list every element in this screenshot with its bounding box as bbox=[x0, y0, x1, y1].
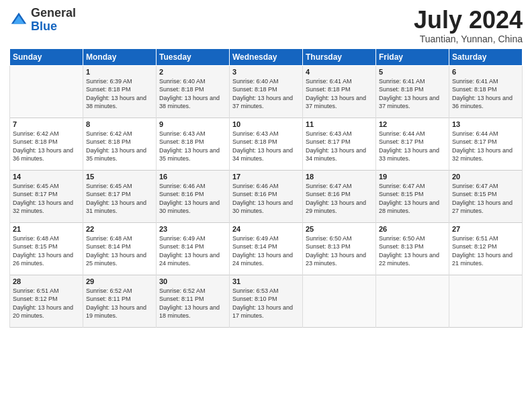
day-number: 17 bbox=[232, 173, 300, 181]
day-number: 13 bbox=[452, 120, 519, 128]
calendar-cell: 28Sunrise: 6:51 AM Sunset: 8:12 PM Dayli… bbox=[10, 275, 83, 327]
calendar-cell: 21Sunrise: 6:48 AM Sunset: 8:15 PM Dayli… bbox=[10, 222, 83, 275]
cell-info: Sunrise: 6:50 AM Sunset: 8:13 PM Dayligh… bbox=[306, 234, 373, 268]
day-number: 24 bbox=[232, 225, 300, 233]
cell-info: Sunrise: 6:50 AM Sunset: 8:13 PM Dayligh… bbox=[379, 234, 446, 268]
calendar-cell: 13Sunrise: 6:44 AM Sunset: 8:17 PM Dayli… bbox=[449, 118, 523, 170]
title-block: July 2024 Tuantian, Yunnan, China bbox=[414, 7, 523, 44]
logo-text: General Blue bbox=[31, 7, 76, 34]
day-number: 16 bbox=[159, 173, 226, 181]
day-number: 6 bbox=[452, 68, 519, 76]
day-number: 23 bbox=[159, 225, 226, 233]
cell-info: Sunrise: 6:43 AM Sunset: 8:17 PM Dayligh… bbox=[306, 130, 373, 163]
cell-info: Sunrise: 6:45 AM Sunset: 8:17 PM Dayligh… bbox=[86, 182, 153, 216]
col-thursday: Thursday bbox=[303, 48, 376, 65]
cell-info: Sunrise: 6:41 AM Sunset: 8:18 PM Dayligh… bbox=[306, 77, 373, 111]
cell-info: Sunrise: 6:42 AM Sunset: 8:18 PM Dayligh… bbox=[13, 130, 80, 163]
header: General Blue July 2024 Tuantian, Yunnan,… bbox=[9, 7, 523, 44]
calendar-cell: 23Sunrise: 6:49 AM Sunset: 8:14 PM Dayli… bbox=[157, 222, 230, 275]
day-number: 25 bbox=[306, 225, 373, 233]
cell-info: Sunrise: 6:47 AM Sunset: 8:15 PM Dayligh… bbox=[452, 182, 519, 216]
cell-info: Sunrise: 6:40 AM Sunset: 8:18 PM Dayligh… bbox=[159, 77, 226, 111]
week-row-1: 1Sunrise: 6:39 AM Sunset: 8:18 PM Daylig… bbox=[10, 65, 523, 118]
day-number: 12 bbox=[379, 120, 446, 128]
day-number: 2 bbox=[159, 68, 226, 76]
cell-info: Sunrise: 6:52 AM Sunset: 8:11 PM Dayligh… bbox=[86, 287, 153, 320]
day-number: 31 bbox=[232, 277, 300, 285]
cell-info: Sunrise: 6:43 AM Sunset: 8:18 PM Dayligh… bbox=[232, 130, 300, 163]
calendar-cell: 19Sunrise: 6:47 AM Sunset: 8:15 PM Dayli… bbox=[376, 170, 449, 222]
col-monday: Monday bbox=[83, 48, 157, 65]
week-row-5: 28Sunrise: 6:51 AM Sunset: 8:12 PM Dayli… bbox=[10, 275, 523, 327]
cell-info: Sunrise: 6:40 AM Sunset: 8:18 PM Dayligh… bbox=[232, 77, 300, 111]
cell-info: Sunrise: 6:53 AM Sunset: 8:10 PM Dayligh… bbox=[232, 287, 300, 320]
week-row-2: 7Sunrise: 6:42 AM Sunset: 8:18 PM Daylig… bbox=[10, 118, 523, 170]
day-number: 4 bbox=[306, 68, 373, 76]
calendar-cell: 11Sunrise: 6:43 AM Sunset: 8:17 PM Dayli… bbox=[303, 118, 376, 170]
col-tuesday: Tuesday bbox=[157, 48, 230, 65]
cell-info: Sunrise: 6:51 AM Sunset: 8:12 PM Dayligh… bbox=[13, 287, 80, 320]
location-subtitle: Tuantian, Yunnan, China bbox=[414, 34, 523, 44]
calendar-cell bbox=[10, 65, 83, 118]
day-number: 27 bbox=[452, 225, 519, 233]
day-number: 5 bbox=[379, 68, 446, 76]
cell-info: Sunrise: 6:41 AM Sunset: 8:18 PM Dayligh… bbox=[452, 77, 519, 111]
calendar-cell: 5Sunrise: 6:41 AM Sunset: 8:18 PM Daylig… bbox=[376, 65, 449, 118]
cell-info: Sunrise: 6:45 AM Sunset: 8:17 PM Dayligh… bbox=[13, 182, 80, 216]
calendar-cell: 10Sunrise: 6:43 AM Sunset: 8:18 PM Dayli… bbox=[230, 118, 303, 170]
month-title: July 2024 bbox=[414, 7, 523, 34]
week-row-4: 21Sunrise: 6:48 AM Sunset: 8:15 PM Dayli… bbox=[10, 222, 523, 275]
day-number: 8 bbox=[86, 120, 153, 128]
cell-info: Sunrise: 6:43 AM Sunset: 8:18 PM Dayligh… bbox=[159, 130, 226, 163]
cell-info: Sunrise: 6:41 AM Sunset: 8:18 PM Dayligh… bbox=[379, 77, 446, 111]
calendar-cell: 22Sunrise: 6:48 AM Sunset: 8:14 PM Dayli… bbox=[83, 222, 157, 275]
calendar-cell: 8Sunrise: 6:42 AM Sunset: 8:18 PM Daylig… bbox=[83, 118, 157, 170]
day-number: 10 bbox=[232, 120, 300, 128]
cell-info: Sunrise: 6:44 AM Sunset: 8:17 PM Dayligh… bbox=[452, 130, 519, 163]
cell-info: Sunrise: 6:47 AM Sunset: 8:15 PM Dayligh… bbox=[379, 182, 446, 216]
cell-info: Sunrise: 6:48 AM Sunset: 8:15 PM Dayligh… bbox=[13, 234, 80, 268]
page: General Blue July 2024 Tuantian, Yunnan,… bbox=[0, 0, 532, 411]
calendar-cell: 1Sunrise: 6:39 AM Sunset: 8:18 PM Daylig… bbox=[83, 65, 157, 118]
calendar-cell: 15Sunrise: 6:45 AM Sunset: 8:17 PM Dayli… bbox=[83, 170, 157, 222]
cell-info: Sunrise: 6:46 AM Sunset: 8:16 PM Dayligh… bbox=[232, 182, 300, 216]
day-number: 22 bbox=[86, 225, 153, 233]
calendar-cell: 16Sunrise: 6:46 AM Sunset: 8:16 PM Dayli… bbox=[157, 170, 230, 222]
calendar-cell: 30Sunrise: 6:52 AM Sunset: 8:11 PM Dayli… bbox=[157, 275, 230, 327]
week-row-3: 14Sunrise: 6:45 AM Sunset: 8:17 PM Dayli… bbox=[10, 170, 523, 222]
calendar-cell bbox=[376, 275, 449, 327]
logo-blue: Blue bbox=[31, 19, 57, 33]
calendar-cell: 18Sunrise: 6:47 AM Sunset: 8:16 PM Dayli… bbox=[303, 170, 376, 222]
calendar-cell: 25Sunrise: 6:50 AM Sunset: 8:13 PM Dayli… bbox=[303, 222, 376, 275]
calendar-cell: 14Sunrise: 6:45 AM Sunset: 8:17 PM Dayli… bbox=[10, 170, 83, 222]
cell-info: Sunrise: 6:44 AM Sunset: 8:17 PM Dayligh… bbox=[379, 130, 446, 163]
day-number: 19 bbox=[379, 173, 446, 181]
calendar-cell: 6Sunrise: 6:41 AM Sunset: 8:18 PM Daylig… bbox=[449, 65, 523, 118]
day-number: 15 bbox=[86, 173, 153, 181]
calendar-cell: 7Sunrise: 6:42 AM Sunset: 8:18 PM Daylig… bbox=[10, 118, 83, 170]
calendar-cell bbox=[303, 275, 376, 327]
day-number: 18 bbox=[306, 173, 373, 181]
calendar-body: 1Sunrise: 6:39 AM Sunset: 8:18 PM Daylig… bbox=[10, 65, 523, 327]
logo-general: General bbox=[31, 6, 76, 19]
logo: General Blue bbox=[9, 7, 76, 34]
calendar-cell: 20Sunrise: 6:47 AM Sunset: 8:15 PM Dayli… bbox=[449, 170, 523, 222]
day-number: 1 bbox=[86, 68, 153, 76]
header-row: Sunday Monday Tuesday Wednesday Thursday… bbox=[10, 48, 523, 65]
day-number: 9 bbox=[159, 120, 226, 128]
day-number: 14 bbox=[13, 173, 80, 181]
day-number: 30 bbox=[159, 277, 226, 285]
cell-info: Sunrise: 6:46 AM Sunset: 8:16 PM Dayligh… bbox=[159, 182, 226, 216]
calendar-cell bbox=[449, 275, 523, 327]
cell-info: Sunrise: 6:52 AM Sunset: 8:11 PM Dayligh… bbox=[159, 287, 226, 320]
logo-icon bbox=[9, 11, 28, 30]
calendar-cell: 26Sunrise: 6:50 AM Sunset: 8:13 PM Dayli… bbox=[376, 222, 449, 275]
day-number: 3 bbox=[232, 68, 300, 76]
day-number: 29 bbox=[86, 277, 153, 285]
calendar-cell: 12Sunrise: 6:44 AM Sunset: 8:17 PM Dayli… bbox=[376, 118, 449, 170]
calendar-cell: 4Sunrise: 6:41 AM Sunset: 8:18 PM Daylig… bbox=[303, 65, 376, 118]
calendar-cell: 24Sunrise: 6:49 AM Sunset: 8:14 PM Dayli… bbox=[230, 222, 303, 275]
calendar-cell: 31Sunrise: 6:53 AM Sunset: 8:10 PM Dayli… bbox=[230, 275, 303, 327]
calendar-cell: 9Sunrise: 6:43 AM Sunset: 8:18 PM Daylig… bbox=[157, 118, 230, 170]
cell-info: Sunrise: 6:39 AM Sunset: 8:18 PM Dayligh… bbox=[86, 77, 153, 111]
